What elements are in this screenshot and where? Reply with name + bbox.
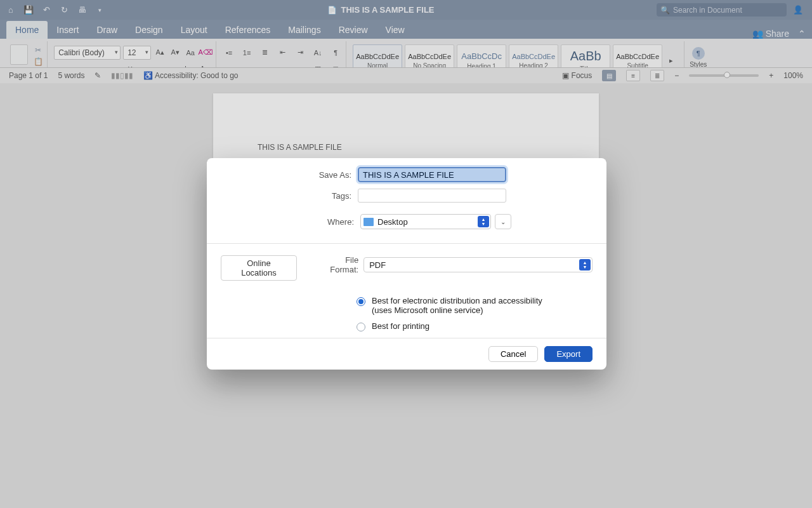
where-select[interactable]: Desktop ▲▼ [360,214,491,229]
cancel-button[interactable]: Cancel [488,346,538,362]
option-printing[interactable]: Best for printing [357,321,606,331]
tags-input[interactable] [358,189,506,203]
radio-icon [357,297,365,306]
dropdown-icon: ▲▼ [478,216,489,227]
file-format-select[interactable]: PDF ▲▼ [363,257,593,272]
save-as-label: Save As: [221,170,351,180]
radio-icon [357,323,365,331]
save-dialog: Save As: Tags: Where: Desktop ▲▼ ⌄ Onlin… [207,158,606,370]
where-label: Where: [221,217,354,227]
expand-button[interactable]: ⌄ [495,214,511,229]
save-as-input[interactable] [358,167,506,182]
tags-label: Tags: [221,191,351,201]
export-button[interactable]: Export [544,346,593,362]
online-locations-button[interactable]: Online Locations [221,255,297,281]
option-electronic[interactable]: Best for electronic distribution and acc… [357,296,606,315]
file-format-label: File Format: [316,255,358,274]
folder-icon [363,218,374,226]
dropdown-icon: ▲▼ [579,259,591,271]
